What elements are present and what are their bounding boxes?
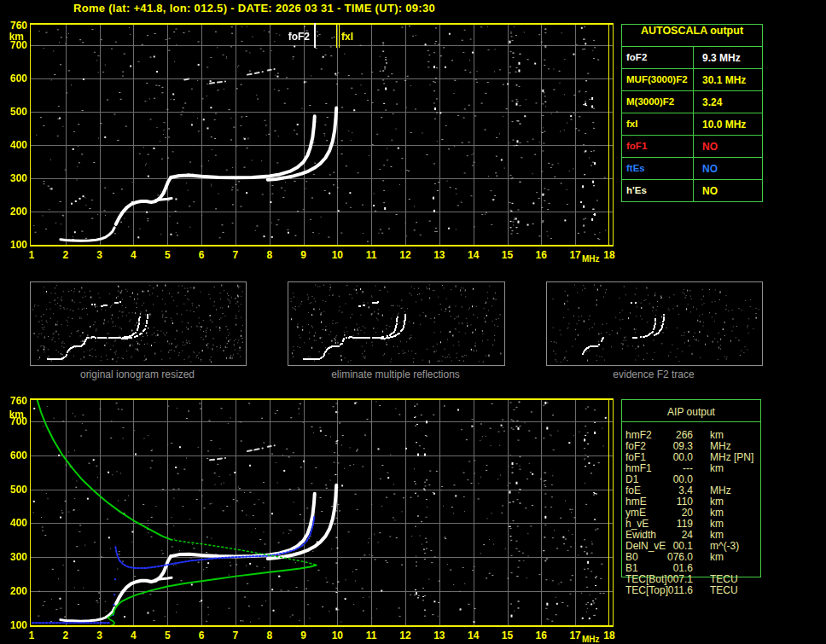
x-axis-tick-7: 7 [224, 629, 247, 641]
aip-row-D1: D100.0 [625, 473, 771, 484]
x-axis-tick-4: 4 [122, 249, 144, 261]
aip-unit: TECU [710, 573, 738, 585]
aip-value: 24 [651, 529, 693, 541]
x-axis-tick-10: 10 [326, 629, 348, 641]
aip-row-TEC[Top]: TEC[Top]011.6TECU [625, 584, 771, 595]
aip-unit: MHz [710, 440, 731, 452]
aip-value: 119 [651, 518, 693, 530]
autoscala-row-MUF(3000)F2: MUF(3000)F230.1 MHz [622, 68, 762, 90]
aip-value: 01.6 [651, 562, 693, 574]
aip-row-TEC[Bot]: TEC[Bot]007.1TECU [625, 573, 771, 584]
aip-value: 09.3 [651, 440, 693, 452]
autoscala-param-value: 30.1 MHz [694, 69, 746, 90]
station-title: Rome (lat: +41.8, lon: 012.5) - DATE: 20… [73, 2, 435, 15]
aip-row-Ewidth: Ewidth24km [625, 529, 771, 540]
x-axis-tick-13: 13 [428, 249, 451, 261]
x-axis-tick-4: 4 [122, 629, 144, 641]
y-axis-unit-label: km [2, 31, 24, 43]
autoscala-param-label: fxI [622, 113, 694, 135]
fxi-marker-label: fxI [341, 31, 367, 43]
aip-header: AIP output [622, 400, 760, 418]
y-axis-tick-500: 500 [2, 484, 27, 496]
autoscala-row-M(3000)F2: M(3000)F23.24 [622, 90, 762, 113]
x-axis-tick-12: 12 [394, 629, 416, 641]
x-axis-tick-14: 14 [462, 249, 485, 261]
aip-label: foF1 [625, 451, 646, 463]
x-axis-tick-14: 14 [462, 629, 485, 641]
x-axis-tick-6: 6 [190, 629, 212, 641]
x-axis-tick-18: 18 [598, 629, 620, 641]
aip-unit: km [710, 529, 724, 541]
thumbnail-cleaned [288, 281, 505, 366]
aip-unit: km [710, 551, 724, 563]
fof2-marker-label: foF2 [284, 31, 310, 43]
autoscala-param-value: NO [694, 136, 718, 157]
aip-label: D1 [625, 473, 638, 485]
x-axis-tick-15: 15 [496, 249, 518, 261]
aip-value: 00.0 [651, 473, 693, 485]
y-axis-tick-500: 500 [2, 106, 27, 118]
x-axis-unit-label: MHz [582, 635, 600, 644]
autoscala-param-label: M(3000)F2 [622, 91, 694, 113]
x-axis-tick-16: 16 [530, 249, 552, 261]
aip-value: 110 [651, 496, 693, 508]
aip-unit: MHz [710, 484, 731, 496]
x-axis-tick-16: 16 [530, 629, 552, 641]
aip-row-B0: B0076.0km [625, 551, 771, 562]
aip-value: 076.0 [651, 551, 693, 563]
autoscala-param-label: foF2 [622, 47, 694, 68]
y-axis-tick-760: 760 [2, 20, 27, 32]
aip-label: foF2 [625, 440, 646, 452]
aip-label: h_vE [625, 518, 649, 530]
autoscala-param-label: h'Es [622, 180, 694, 201]
aip-row-foF2: foF209.3MHz [625, 440, 771, 451]
aip-row-B1: B101.6 [625, 562, 771, 573]
x-axis-tick-5: 5 [156, 629, 178, 641]
aip-unit: m^(-3) [710, 540, 739, 552]
thumbnail-cleaned-canvas [288, 282, 503, 363]
aip-unit: km [710, 429, 724, 441]
x-axis-tick-18: 18 [598, 249, 620, 261]
x-axis-unit-label: MHz [582, 254, 600, 264]
aip-value: 007.1 [651, 573, 693, 585]
y-axis-tick-300: 300 [2, 172, 27, 184]
aip-unit: km [710, 507, 724, 519]
autoscala-row-fxI: fxI10.0 MHz [622, 113, 762, 135]
aip-label: B0 [625, 551, 638, 563]
y-axis-tick-300: 300 [2, 551, 27, 563]
autoscala-param-value: 3.24 [694, 91, 722, 113]
thumbnail-original [30, 281, 247, 366]
autoscala-param-value: 10.0 MHz [694, 113, 746, 135]
thumbnail-evidence-canvas [547, 282, 760, 363]
aip-label: foE [625, 484, 641, 496]
aip-label: hmF2 [625, 429, 652, 441]
aip-value: 266 [651, 429, 693, 441]
x-axis-tick-9: 9 [293, 629, 315, 641]
aip-label: B1 [625, 562, 638, 574]
y-axis-tick-400: 400 [2, 517, 27, 529]
y-axis-tick-200: 200 [2, 585, 27, 597]
aip-value: --- [651, 462, 693, 474]
aip-value: 3.4 [651, 484, 693, 496]
x-axis-tick-5: 5 [156, 249, 178, 261]
thumbnail-evidence-caption: evidence F2 trace [546, 368, 761, 380]
aip-unit: km [710, 518, 724, 530]
thumbnail-original-canvas [31, 282, 244, 363]
y-axis-tick-400: 400 [2, 139, 27, 151]
x-axis-tick-8: 8 [259, 629, 281, 641]
x-axis-tick-6: 6 [190, 249, 212, 261]
aip-label: hmF1 [625, 462, 652, 474]
x-axis-tick-1: 1 [20, 249, 43, 261]
aip-unit: km [710, 462, 724, 474]
aip-row-foE: foE3.4MHz [625, 484, 771, 496]
autoscala-table-header: AUTOSCALA output [622, 25, 762, 46]
aip-value: 00.0 [651, 451, 693, 463]
aip-value: 20 [651, 507, 693, 519]
aip-row-hmF2: hmF2266km [625, 429, 771, 440]
x-axis-tick-8: 8 [259, 249, 281, 261]
aip-header-separator [621, 421, 761, 422]
aip-row-hmE: hmE110km [625, 496, 771, 507]
aip-row-ymE: ymE20km [625, 507, 771, 518]
autoscala-param-value: NO [694, 180, 718, 201]
x-axis-tick-3: 3 [89, 249, 111, 261]
